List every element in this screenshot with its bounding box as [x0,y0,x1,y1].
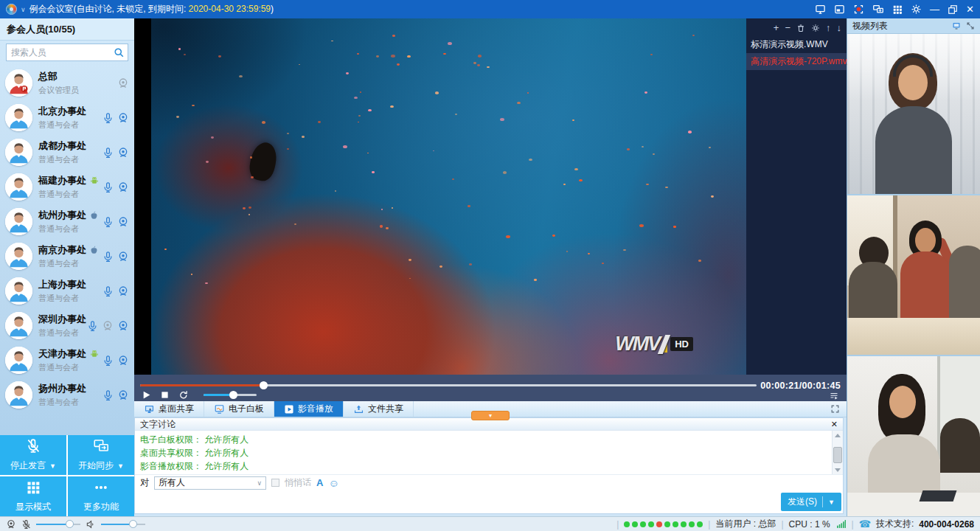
seek-handle[interactable] [260,381,268,389]
playlist-trash-icon[interactable] [796,24,805,32]
playlist-item[interactable]: 标清演示视频.WMV [746,36,847,53]
camera-icon[interactable] [117,112,129,124]
playlist-settings-icon[interactable] [811,24,820,32]
grid-button[interactable]: 显示模式 [0,476,66,516]
participant-row[interactable]: 杭州办事处普通与会者 [0,204,134,239]
camera-icon[interactable] [117,320,129,332]
tab-whiteboard[interactable]: 电子白板 [204,401,274,417]
playlist-move-down-icon[interactable]: ↓ [837,23,842,32]
tile-art-shape [875,106,952,194]
font-style-icon[interactable]: A [316,477,323,488]
display-mode-icon[interactable] [815,4,826,15]
participant-row[interactable]: 扬州办事处普通与会者 [0,378,134,412]
search-icon[interactable] [114,47,125,60]
apps-grid-icon[interactable] [892,4,903,15]
mic-icon[interactable] [102,216,114,228]
participant-row[interactable]: 南京办事处普通与会者 [0,239,134,274]
scroll-down-arrow[interactable] [833,465,843,474]
pip-layout-icon[interactable] [834,4,845,15]
speaker-volume-slider[interactable] [101,524,145,525]
video-tile-woman-headset[interactable] [847,34,980,194]
volume-slider[interactable] [204,394,257,396]
participant-row[interactable]: 总部会议管理员 [0,66,134,100]
chat-scrollbar[interactable] [832,431,843,474]
participant-row[interactable]: 深圳办事处普通与会者 [0,308,134,343]
video-list-header: 视频列表 [847,18,980,34]
record-icon[interactable] [853,4,864,15]
chat-close-icon[interactable]: ✕ [831,420,838,429]
tab-desktop[interactable]: 桌面共享 [134,401,204,417]
local-camera-icon[interactable] [6,519,16,530]
mic-icon[interactable] [102,181,114,193]
recipient-select[interactable]: 所有人 ∨ [154,476,266,490]
mic-icon[interactable] [102,147,114,159]
whisper-checkbox[interactable] [271,479,279,487]
scroll-thumb[interactable] [833,447,842,463]
stop-button[interactable] [161,391,169,399]
mic-off-button[interactable]: 停止发言▼ [0,435,66,475]
video-tile-meeting-room[interactable] [847,195,980,355]
mic-muted-icon[interactable] [21,519,31,530]
camera-icon[interactable] [102,320,114,332]
camera-icon[interactable] [117,251,129,263]
mic-icon[interactable] [102,251,114,263]
camera-icon[interactable] [117,216,129,228]
chat-input-area[interactable]: 发送(S) ▼ [135,490,843,513]
speaker-icon[interactable] [86,519,96,530]
participant-row[interactable]: 上海办事处普通与会者 [0,274,134,308]
volume-handle[interactable] [229,391,237,399]
playlist-add-icon[interactable]: + [774,23,779,32]
send-button[interactable]: 发送(S) ▼ [781,493,841,511]
loop-button[interactable] [178,390,188,400]
minimize-button[interactable]: — [930,4,939,14]
camera-icon[interactable] [117,355,129,367]
emoji-icon[interactable]: ☺ [328,478,338,488]
scroll-up-arrow[interactable] [833,431,843,440]
chat-area: 文字讨论 ✕ 电子白板权限： 允许所有人桌面共享权限： 允许所有人影音播放权限：… [134,417,847,516]
mic-volume-slider[interactable] [36,524,80,525]
camera-icon[interactable] [117,181,129,193]
play-button[interactable] [142,390,151,400]
camera-icon[interactable] [117,389,129,401]
mic-icon[interactable] [102,355,114,367]
playlist-move-up-icon[interactable]: ↑ [826,23,831,32]
mic-icon[interactable] [102,285,114,297]
playlist-item[interactable]: 高清演示视频-720P.wmv删除 [746,53,847,70]
video-tile-woman-desk[interactable] [847,356,980,516]
tab-media[interactable]: 影音播放 [274,401,344,417]
tab-fileshare[interactable]: 文件共享 [344,401,414,417]
collapse-panel-handle[interactable]: ▾ [471,411,510,420]
dropdown-caret-icon[interactable]: ▼ [117,462,124,470]
fullscreen-icon[interactable] [830,404,840,414]
panel-expand-icon[interactable] [966,21,975,30]
restore-button[interactable] [948,4,958,15]
video-canvas[interactable]: WMV HD [151,18,746,375]
camera-icon[interactable] [117,285,129,297]
mic-icon[interactable] [102,112,114,124]
participant-row[interactable]: 天津办事处普通与会者 [0,343,134,378]
playlist-remove-icon[interactable]: − [785,23,790,32]
mic-icon[interactable] [87,320,98,332]
more-button[interactable]: 更多功能 [68,476,134,516]
dropdown-caret-icon[interactable]: ▼ [49,462,56,470]
participant-row[interactable]: 北京办事处普通与会者 [0,100,134,135]
sync-button[interactable]: 开始同步▼ [68,435,134,475]
network-sync-icon[interactable] [872,4,884,15]
participant-row[interactable]: 成都办事处普通与会者 [0,135,134,170]
permission-message: 会议同步权限： 允许所有人 [140,473,827,474]
camera-icon[interactable] [117,77,129,89]
settings-gear-icon[interactable] [911,4,922,15]
camera-icon[interactable] [117,147,129,159]
logo-chevron-icon[interactable]: ∨ [21,6,26,13]
playlist-toggle-icon[interactable] [829,392,839,400]
mic-icon[interactable] [102,389,114,401]
seek-bar[interactable] [140,384,757,386]
video-window-icon[interactable] [951,21,962,30]
search-input[interactable] [6,44,128,61]
participant-row[interactable]: 福建办事处普通与会者 [0,170,134,204]
fish-dot [391,55,395,58]
quality-dot-green [624,521,630,527]
app-logo-icon[interactable] [6,4,17,15]
close-button[interactable]: ✕ [966,4,974,14]
send-options-caret[interactable]: ▼ [828,499,835,506]
